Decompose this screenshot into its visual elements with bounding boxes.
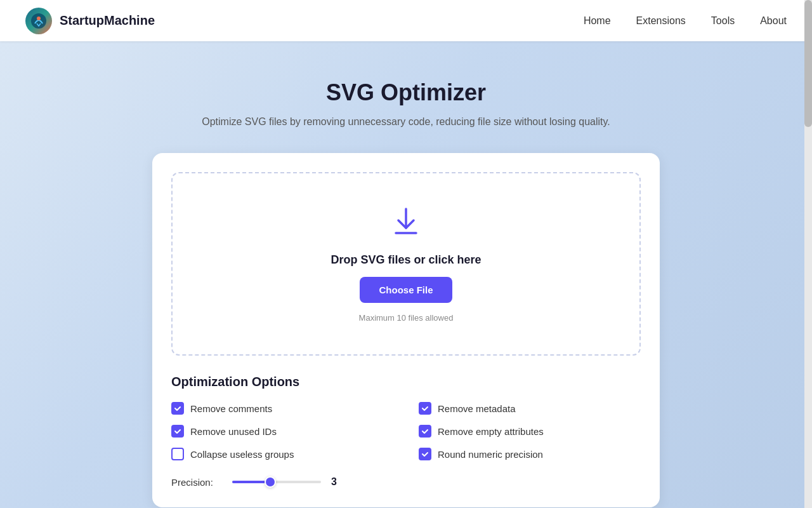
option-label-round-numeric-precision: Round numeric precision (438, 449, 543, 460)
option-label-remove-unused-ids: Remove unused IDs (190, 426, 277, 437)
nav-home[interactable]: Home (584, 15, 611, 27)
slider-thumb[interactable] (265, 476, 276, 488)
brand-name: StartupMachine (60, 13, 155, 28)
drop-zone[interactable]: Drop SVG files or click here Choose File… (171, 172, 641, 356)
option-remove-comments: Remove comments (171, 402, 393, 415)
option-collapse-useless-groups: Collapse useless groups (171, 448, 393, 460)
slider-track (232, 481, 321, 483)
brand-logo (25, 8, 52, 34)
choose-file-button[interactable]: Choose File (360, 277, 452, 303)
nav-links: Home Extensions Tools About (584, 15, 787, 27)
checkbox-remove-comments[interactable] (171, 402, 184, 415)
checkbox-remove-empty-attributes[interactable] (419, 425, 431, 438)
precision-row: Precision: 3 (171, 476, 641, 488)
option-remove-metadata: Remove metadata (419, 402, 641, 415)
navbar: StartupMachine Home Extensions Tools Abo… (0, 0, 812, 41)
brand: StartupMachine (25, 8, 155, 34)
page-title: SVG Optimizer (326, 79, 486, 106)
option-label-collapse-useless-groups: Collapse useless groups (190, 449, 294, 460)
main-card: Drop SVG files or click here Choose File… (152, 153, 660, 507)
option-label-remove-metadata: Remove metadata (438, 403, 516, 414)
svg-point-1 (37, 17, 41, 20)
nav-about[interactable]: About (760, 15, 787, 27)
checkbox-remove-unused-ids[interactable] (171, 425, 184, 438)
precision-slider[interactable] (232, 476, 321, 488)
option-label-remove-empty-attributes: Remove empty attributes (438, 426, 544, 437)
upload-icon (390, 205, 422, 243)
precision-label: Precision: (171, 477, 222, 488)
precision-value: 3 (331, 476, 337, 488)
option-label-remove-comments: Remove comments (190, 403, 272, 414)
checkbox-round-numeric-precision[interactable] (419, 448, 431, 460)
scrollbar[interactable] (804, 0, 812, 508)
main-content: SVG Optimizer Optimize SVG files by remo… (0, 41, 812, 508)
drop-text: Drop SVG files or click here (331, 253, 481, 267)
max-files-label: Maximum 10 files allowed (359, 313, 454, 323)
options-grid: Remove comments Remove metadata Remove u… (171, 402, 641, 460)
checkbox-collapse-useless-groups[interactable] (171, 448, 184, 460)
optimization-options: Optimization Options Remove comments Rem… (171, 375, 641, 488)
page-subtitle: Optimize SVG files by removing unnecessa… (202, 116, 610, 128)
options-title: Optimization Options (171, 375, 641, 389)
scrollbar-thumb[interactable] (804, 0, 812, 127)
option-round-numeric-precision: Round numeric precision (419, 448, 641, 460)
option-remove-unused-ids: Remove unused IDs (171, 425, 393, 438)
option-remove-empty-attributes: Remove empty attributes (419, 425, 641, 438)
nav-tools[interactable]: Tools (711, 15, 735, 27)
nav-extensions[interactable]: Extensions (636, 15, 686, 27)
checkbox-remove-metadata[interactable] (419, 402, 431, 415)
